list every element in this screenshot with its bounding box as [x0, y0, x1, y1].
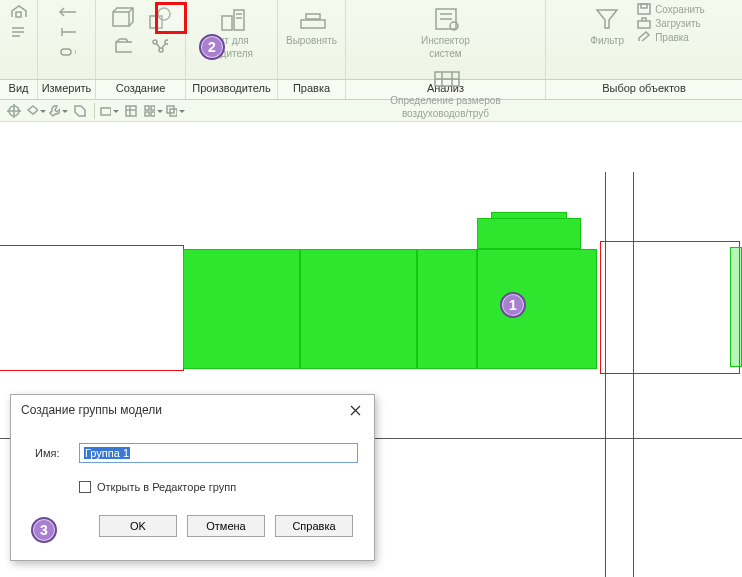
- measure-button-2[interactable]: [50, 23, 84, 41]
- selection-save[interactable]: Сохранить: [637, 3, 705, 15]
- svg-marker-42: [75, 106, 85, 116]
- name-field[interactable]: Группа 1: [79, 443, 358, 463]
- tab-manufacturer: Производитель: [186, 80, 278, 99]
- ribbon-group-edit: Выровнять: [278, 0, 346, 79]
- tab-selection: Выбор объектов: [546, 80, 742, 99]
- folder-icon: [114, 39, 132, 53]
- svg-rect-49: [145, 112, 149, 116]
- svg-rect-8: [61, 49, 71, 55]
- svg-rect-43: [101, 108, 111, 115]
- duct-fitting[interactable]: [477, 218, 581, 249]
- chain-icon: [58, 45, 76, 59]
- qat-crosshair[interactable]: [4, 102, 24, 120]
- load-icon: [637, 17, 651, 29]
- ribbon-group-view: [0, 0, 38, 79]
- open-editor-checkbox[interactable]: [79, 481, 91, 493]
- selection-save-label: Сохранить: [655, 4, 705, 15]
- qat-tag[interactable]: [70, 102, 90, 120]
- inspector-label-1: Инспектор: [421, 35, 470, 46]
- qat-wrench[interactable]: [48, 102, 68, 120]
- name-value: Группа 1: [84, 447, 130, 459]
- duct-segment[interactable]: [477, 249, 597, 369]
- svg-rect-48: [151, 106, 155, 110]
- svg-marker-41: [28, 106, 38, 114]
- save-icon: [637, 3, 651, 15]
- tab-view: Вид: [0, 80, 38, 99]
- nodes-icon: [150, 39, 168, 53]
- svg-rect-36: [641, 4, 647, 8]
- duct-segment[interactable]: [183, 249, 300, 369]
- rail-outline: [0, 245, 184, 250]
- list-icon: [10, 25, 28, 39]
- open-editor-label: Открыть в Редакторе групп: [97, 481, 236, 493]
- svg-rect-24: [301, 20, 325, 28]
- svg-rect-44: [126, 106, 136, 116]
- building-icon: [218, 5, 246, 33]
- dialog-body: Имя: Группа 1 Открыть в Редакторе групп …: [11, 425, 374, 547]
- box-icon: [108, 5, 136, 33]
- dialog-title: Создание группы модели: [21, 403, 162, 417]
- tab-edit: Правка: [278, 80, 346, 99]
- align-button[interactable]: Выровнять: [282, 3, 341, 48]
- inspector-button[interactable]: Инспектор систем: [415, 3, 477, 61]
- qat-hatch[interactable]: [121, 102, 141, 120]
- svg-rect-20: [222, 16, 232, 30]
- house-icon: [10, 5, 28, 19]
- measure-button-3[interactable]: [50, 43, 84, 61]
- measure-button-1[interactable]: [50, 3, 84, 21]
- cancel-button[interactable]: Отмена: [187, 515, 265, 537]
- filter-icon: [593, 5, 621, 33]
- sizing-button[interactable]: Определение размеров воздуховодов/труб: [382, 63, 510, 121]
- sizing-label-1: Определение размеров: [390, 95, 500, 106]
- svg-point-17: [159, 48, 163, 52]
- duct-segment-dim: [730, 247, 742, 367]
- qat-layers[interactable]: [26, 102, 46, 120]
- grid-line: [633, 172, 634, 577]
- name-label: Имя:: [35, 447, 79, 459]
- qat-copy[interactable]: [165, 102, 185, 120]
- duct-segment[interactable]: [417, 249, 477, 369]
- svg-rect-37: [638, 21, 650, 28]
- tab-measure: Измерить: [38, 80, 96, 99]
- tab-create: Создание: [96, 80, 186, 99]
- ok-button[interactable]: OK: [99, 515, 177, 537]
- qat-sep-1: [94, 103, 95, 119]
- inspector-label-2: систем: [429, 48, 462, 59]
- filter-button[interactable]: Фильтр: [583, 3, 631, 48]
- inspector-icon: [432, 5, 460, 33]
- svg-rect-25: [306, 14, 320, 19]
- svg-rect-14: [116, 42, 132, 52]
- svg-line-18: [156, 43, 160, 48]
- help-button[interactable]: Справка: [275, 515, 353, 537]
- close-button[interactable]: [344, 401, 366, 419]
- selection-load[interactable]: Загрузить: [637, 17, 705, 29]
- grid-line: [605, 172, 606, 577]
- step-marker-2: 2: [199, 34, 225, 60]
- qat-grid[interactable]: [143, 102, 163, 120]
- duct-fitting[interactable]: [491, 212, 567, 219]
- ribbon-group-selection: Фильтр Сохранить Загрузить Правка: [546, 0, 742, 79]
- create-button-1[interactable]: [104, 3, 140, 35]
- dialog-titlebar[interactable]: Создание группы модели: [11, 395, 374, 425]
- selection-edit-label: Правка: [655, 32, 689, 43]
- create-button-3[interactable]: [106, 37, 140, 55]
- edit-icon: [637, 31, 651, 43]
- ribbon-group-analysis: Инспектор систем Определение размеров во…: [346, 0, 546, 79]
- tool-highlight: [155, 2, 187, 34]
- qat-section[interactable]: [99, 102, 119, 120]
- view-button-2[interactable]: [2, 23, 36, 41]
- selection-edit[interactable]: Правка: [637, 31, 705, 43]
- create-button-4[interactable]: [142, 37, 176, 55]
- svg-marker-34: [597, 10, 617, 28]
- svg-rect-47: [145, 106, 149, 110]
- svg-rect-50: [151, 112, 155, 116]
- dimension-icon: [58, 25, 76, 39]
- align-label: Выровнять: [286, 35, 337, 46]
- arrow-horizontal-icon: [58, 5, 76, 19]
- duct-segment[interactable]: [300, 249, 417, 369]
- ribbon-group-measure: [38, 0, 96, 79]
- rail-outline: [0, 366, 184, 371]
- view-button-1[interactable]: [2, 3, 36, 21]
- sizing-icon: [432, 65, 460, 93]
- selection-list: Сохранить Загрузить Правка: [637, 3, 705, 43]
